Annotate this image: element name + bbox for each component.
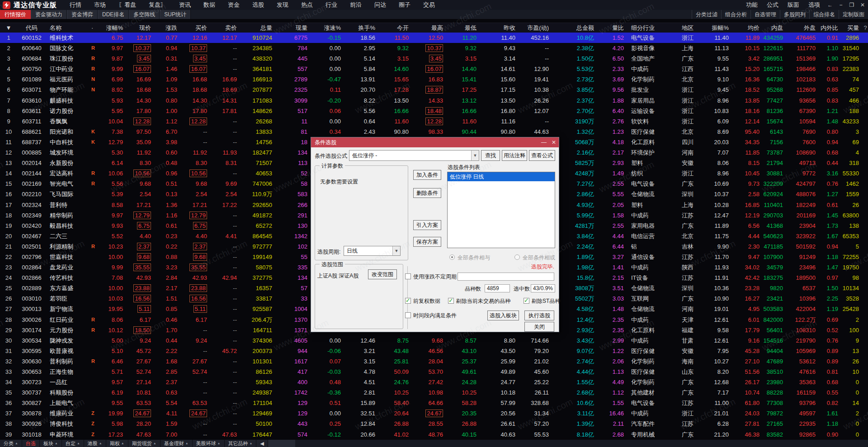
forward-adjust-checkbox[interactable] (405, 298, 411, 304)
column-header-vol-ratio[interactable]: 量比 (598, 23, 627, 33)
period-combobox[interactable]: 日线 ▼ (344, 246, 401, 256)
menu-item-2[interactable]: 〖看盘 (112, 0, 142, 10)
column-header-buy-vol[interactable]: 买量 (842, 23, 863, 33)
stock-row-603711[interactable]: 9603711香飘飘10.0412.281.1212.28--26268110.… (0, 116, 868, 127)
column-header-outer-vol[interactable]: 外盘 (787, 23, 819, 33)
column-header-bid[interactable]: 买价 (181, 23, 211, 33)
exclude-st-checkbox[interactable] (524, 298, 529, 304)
column-header-rownum[interactable]: ▼ (0, 23, 17, 33)
back-icon[interactable]: ← (825, 0, 835, 10)
menu-item-9[interactable]: 热点 (295, 0, 319, 10)
dialog-title-bar[interactable]: 条件选股 (311, 137, 559, 147)
column-header-low[interactable]: 最低 (447, 23, 480, 33)
time-range-checkbox[interactable] (405, 312, 411, 318)
change-range-button[interactable]: 改变范围 (368, 269, 397, 279)
chevron-down-icon[interactable]: ▼ (392, 246, 400, 255)
stock-row-300827[interactable]: 36300827上能电气9.5563.535.5463.53--17110412… (0, 398, 868, 408)
bottom-tab-基金理财[interactable]: 基金理财▲ (160, 440, 193, 447)
stock-row-300653[interactable]: 33300653正海生物5.7152.742.8552.74--86126417… (0, 367, 868, 377)
column-header-io-ratio[interactable]: 内外比 (819, 23, 842, 33)
column-header-inner-vol[interactable]: 内盘 (763, 23, 787, 33)
toolbar-link-1[interactable]: 组合分析 (721, 10, 750, 19)
pick-to-block-button[interactable]: 选股入板块 (487, 311, 519, 320)
column-header-price[interactable]: 现价 (127, 23, 155, 33)
execute-pick-button[interactable]: 执行选股 (524, 311, 554, 320)
column-header-vol[interactable]: 总量 (241, 23, 276, 33)
stock-row-600640[interactable]: 2600640国脉文化R9.9710.370.9410.37--23438578… (0, 43, 868, 53)
column-header-chg[interactable]: 涨跌 (155, 23, 181, 33)
dialog-close-icon[interactable]: ✕ (549, 137, 559, 147)
bottom-tab-港股[interactable]: 港股▲ (84, 440, 106, 447)
menu-item-6[interactable]: 资金 (222, 0, 246, 10)
column-header-pe[interactable]: 市盈(动) (519, 23, 552, 33)
stock-row-301018[interactable]: 39301018申菱环境Z17.2347.637.00--47.63176447… (0, 429, 868, 440)
column-header-high[interactable]: 最高 (412, 23, 447, 33)
radio-all-and-label[interactable]: 全部条件相与 (458, 254, 490, 262)
toolbar-link-0[interactable]: 分类过滤 (692, 10, 721, 19)
column-header-cur-vol[interactable]: 现量 (276, 23, 311, 33)
menu-item-8[interactable]: 发现 (270, 0, 295, 10)
bottom-tab-自定[interactable]: 自定▲ (62, 440, 84, 447)
column-header-flag[interactable]: · (88, 23, 99, 33)
bottom-tab-板块[interactable]: 板块▲ (40, 440, 62, 447)
stock-row-688621[interactable]: 10688621阳光诺和K7.3897.506.70----13833810.3… (0, 127, 868, 137)
column-header-amplitude[interactable]: 振幅% (699, 23, 732, 33)
menu-item-14[interactable]: 交易 (417, 0, 441, 10)
menu-item-1[interactable]: 市场 (88, 0, 112, 10)
menu-item-13[interactable]: 圈子 (392, 0, 417, 10)
stock-row-601089[interactable]: 5601089福元医药N6.9916.691.0916.6816.6916691… (0, 74, 868, 85)
find-button[interactable]: 查找 (481, 150, 500, 161)
save-scheme-button[interactable]: 保存方案 (413, 237, 441, 247)
column-header-turnover[interactable]: 换手% (344, 23, 379, 33)
menu-item-11[interactable]: 前沿 (344, 0, 368, 10)
column-header-industry[interactable]: 细分行业 (627, 23, 678, 33)
toolbar-link-3[interactable]: 多股同列 (780, 10, 809, 19)
column-header-ask[interactable]: 卖价 (211, 23, 241, 33)
irregular-period-input[interactable] (458, 273, 554, 281)
bottom-tab-美股环球[interactable]: 美股环球▲ (193, 440, 225, 447)
toolbar-tab-资金驱动力[interactable]: 资金驱动力 (31, 10, 67, 19)
menu-item-12[interactable]: 问达 (368, 0, 392, 10)
toolbar-tab-资金博弈[interactable]: 资金博弈 (67, 10, 98, 19)
stock-row-600684[interactable]: 3600684珠江股份R9.873.450.313.45--4383204450… (0, 53, 868, 64)
toolbar-link-5[interactable]: 定制版面 (839, 10, 868, 19)
column-header-pct[interactable]: 涨幅% (99, 23, 127, 33)
toolbar-tab-多空阵线[interactable]: 多空阵线 (129, 10, 160, 19)
stock-row-603071[interactable]: 6603071物产环能N8.9218.681.5318.6818.6920787… (0, 85, 868, 95)
bottom-tab-期权[interactable]: 期权▲ (106, 440, 128, 447)
menu-item-5[interactable]: 数据 (197, 0, 222, 10)
close-icon[interactable]: ✕ (857, 0, 868, 10)
bottom-tab-自选[interactable]: 自选 (22, 440, 40, 447)
menu-item-0[interactable]: 行情 (63, 0, 88, 10)
column-header-code[interactable]: 代码 (17, 23, 46, 33)
stock-row-300534[interactable]: 30300534陇神戎发5.009.240.449.24--3743064605… (0, 335, 868, 346)
restore-icon[interactable]: ❐ (846, 0, 857, 10)
column-header-name[interactable]: 名称 (46, 23, 88, 33)
condition-list-item-selected[interactable]: 低位涨停 日线 (448, 172, 555, 181)
delete-condition-button[interactable]: 删除条件 (413, 188, 441, 198)
toolbar-link-4[interactable]: 综合排名 (809, 10, 839, 19)
close-dialog-button[interactable]: 关闭 (524, 322, 554, 332)
bottom-tab-分类[interactable]: 分类▲ (0, 440, 22, 447)
dialog-minimize-icon[interactable]: — (539, 137, 549, 147)
add-condition-button[interactable]: 加入条件 (413, 170, 441, 180)
toolbar-tab-行情报价[interactable]: 行情报价 (0, 10, 31, 19)
view-formula-button[interactable]: 查看公式 (529, 150, 555, 161)
column-header-speed[interactable]: 涨速% (311, 23, 344, 33)
exclude-suspended-checkbox[interactable] (448, 298, 454, 304)
stock-row-603610[interactable]: 7603610麒盛科技5.9314.300.8014.3014.31171083… (0, 95, 868, 106)
formula-combobox[interactable]: 低位涨停 - ▼ (349, 150, 479, 161)
bottom-bar-scroll-area[interactable] (268, 440, 295, 447)
toolbar-tab-SUP统计[interactable]: SUP统计 (160, 10, 191, 19)
radio-all-or-label[interactable]: 全部条件相或 (523, 254, 555, 262)
import-scheme-button[interactable]: 引入方案 (413, 220, 441, 230)
minimize-icon[interactable]: − (835, 0, 846, 10)
column-header-amount[interactable]: 总金额 (552, 23, 598, 33)
column-header-avg-price[interactable]: 均价 (732, 23, 763, 33)
menu-item-7[interactable]: 选股 (246, 0, 270, 10)
stock-row-300878[interactable]: 37300878维康药业Z19.9924.674.1124.67--129469… (0, 408, 868, 419)
usage-notes-button[interactable]: 用法注释 (502, 150, 527, 161)
stock-row-300926[interactable]: 38300926博俊科技Z5.9828.201.59----501004430.… (0, 419, 868, 429)
stock-row-600750[interactable]: 4600750江中药业R9.9916.071.4616.07--36418155… (0, 64, 868, 74)
radio-all-or-icon[interactable] (514, 254, 520, 260)
